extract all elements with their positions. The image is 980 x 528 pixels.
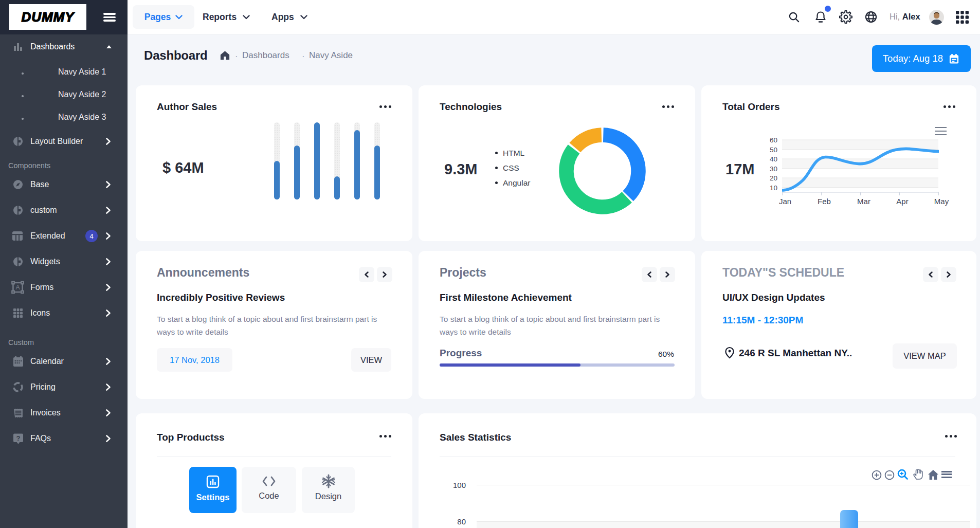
- svg-text:A: A: [15, 284, 20, 291]
- svg-text:?: ?: [16, 434, 21, 442]
